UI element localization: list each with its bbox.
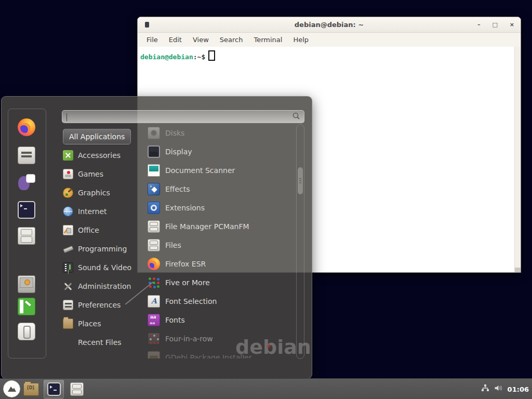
app-label: Fonts: [165, 316, 185, 324]
minimize-button[interactable]: –: [477, 22, 481, 28]
app-row-document-scanner[interactable]: Document Scanner: [148, 161, 296, 180]
favorite-pidgin[interactable]: [18, 173, 35, 191]
firefox-icon: [148, 258, 160, 270]
app-row-disks[interactable]: Disks: [148, 124, 296, 142]
category-recent-files[interactable]: Recent Files: [63, 333, 149, 352]
favorite-files[interactable]: [18, 227, 35, 245]
terminal-titlebar[interactable]: debian@debian: ~ – □ ×: [138, 17, 521, 33]
app-row-firefox-esr[interactable]: Firefox ESR: [148, 255, 296, 273]
category-programming[interactable]: Programming: [63, 240, 149, 258]
category-office[interactable]: Office: [63, 221, 149, 240]
menu-terminal[interactable]: Terminal: [254, 36, 282, 44]
app-row-font-selection[interactable]: Font Selection: [148, 292, 296, 311]
fonts-icon: [148, 314, 160, 326]
places-icon: [63, 318, 73, 329]
app-row-file-manager-pcmanfm[interactable]: File Manager PCManFM: [148, 217, 296, 236]
sound-video-icon: [63, 262, 73, 273]
menu-scrollbar-thumb[interactable]: [298, 167, 303, 194]
log-out-icon: [18, 298, 35, 315]
app-row-effects[interactable]: Effects: [148, 180, 296, 198]
category-places[interactable]: Places: [63, 314, 149, 333]
file-manager-launcher[interactable]: [23, 383, 39, 396]
app-label: Files: [165, 241, 181, 249]
app-label: Font Selection: [165, 297, 217, 305]
menu-help[interactable]: Help: [293, 36, 309, 44]
app-label: Firefox ESR: [165, 260, 206, 268]
app-label: Four-in-a-row: [165, 335, 213, 343]
wired-network-icon[interactable]: [481, 384, 489, 394]
category-label: Administration: [78, 282, 131, 290]
app-row-files[interactable]: Files: [148, 236, 296, 255]
clock[interactable]: 01:06: [508, 385, 529, 393]
terminal-scrollbar[interactable]: [514, 47, 521, 272]
menu-file[interactable]: File: [147, 36, 158, 44]
app-row-display[interactable]: Display: [148, 142, 296, 161]
favorite-firefox[interactable]: [18, 118, 35, 136]
category-label: Graphics: [78, 189, 110, 197]
category-games[interactable]: Games: [63, 165, 149, 183]
search-caret: [66, 113, 67, 121]
app-row-gdebi[interactable]: GDebi Package Installer: [148, 348, 296, 358]
shut-down-icon: [18, 323, 35, 340]
category-graphics[interactable]: Graphics: [63, 183, 149, 202]
administration-icon: [63, 281, 73, 291]
terminal-icon: [47, 382, 61, 396]
system-tray: 01:06: [481, 379, 529, 399]
app-row-five-or-more[interactable]: Five or More: [148, 273, 296, 292]
category-accessories[interactable]: Accessories: [63, 146, 149, 165]
menu-button[interactable]: [3, 380, 20, 397]
app-row-extensions[interactable]: Extensions: [148, 198, 296, 217]
log-out-button[interactable]: [18, 298, 35, 315]
menu-search[interactable]: Search: [220, 36, 243, 44]
graphics-icon: [63, 188, 73, 198]
search-input[interactable]: [62, 111, 292, 123]
prompt-user-host: debian@debian: [140, 53, 193, 61]
accessories-icon: [63, 150, 73, 161]
taskbar: 01:06: [0, 378, 532, 399]
app-row-four-in-a-row[interactable]: Four-in-a-row: [148, 329, 296, 348]
menu-view[interactable]: View: [193, 36, 209, 44]
favorite-control-center[interactable]: [18, 147, 35, 164]
effects-icon: [148, 183, 160, 195]
file-cabinet-icon: [148, 239, 160, 251]
games-icon: [63, 169, 73, 179]
favorites-sidebar: [8, 109, 46, 358]
category-sound-video[interactable]: Sound & Video: [63, 258, 149, 277]
file-cabinet-icon: [70, 382, 84, 396]
five-or-more-icon: [148, 276, 160, 289]
app-label: Effects: [165, 185, 190, 193]
app-label: Extensions: [165, 204, 205, 212]
category-administration[interactable]: Administration: [63, 277, 149, 296]
office-icon: [63, 225, 73, 235]
terminal-task-button[interactable]: [44, 380, 64, 398]
font-selection-icon: [148, 295, 160, 308]
category-preferences[interactable]: Preferences: [63, 296, 149, 314]
category-label: All Applications: [69, 132, 125, 141]
category-label: Recent Files: [78, 338, 122, 347]
menu-scrollbar-track[interactable]: [296, 124, 304, 359]
menu-edit[interactable]: Edit: [169, 36, 182, 44]
category-label: Internet: [78, 207, 107, 216]
files-launcher[interactable]: [70, 382, 84, 396]
category-label: Games: [78, 170, 103, 178]
shut-down-button[interactable]: [18, 323, 35, 340]
terminal-icon: [18, 201, 35, 219]
extensions-icon: [148, 202, 160, 214]
favorite-terminal[interactable]: [18, 201, 35, 219]
lock-screen-button[interactable]: [18, 275, 35, 293]
category-label: Office: [78, 226, 99, 234]
preferences-icon: [63, 300, 73, 310]
category-all-applications[interactable]: All Applications: [63, 129, 131, 144]
app-row-fonts[interactable]: Fonts: [148, 311, 296, 329]
close-button[interactable]: ×: [510, 22, 514, 28]
gdebi-icon: [148, 351, 160, 358]
category-internet[interactable]: Internet: [63, 202, 149, 221]
text-cursor: [208, 50, 215, 61]
terminal-menubar: File Edit View Search Terminal Help: [138, 33, 521, 47]
maximize-button[interactable]: □: [492, 22, 497, 28]
speaker-icon[interactable]: [494, 384, 503, 394]
category-label: Places: [78, 320, 101, 328]
category-label: Preferences: [78, 301, 121, 309]
app-label: Five or More: [165, 278, 210, 287]
desktop: debian@debian: ~ – □ × File Edit View Se…: [0, 0, 532, 399]
